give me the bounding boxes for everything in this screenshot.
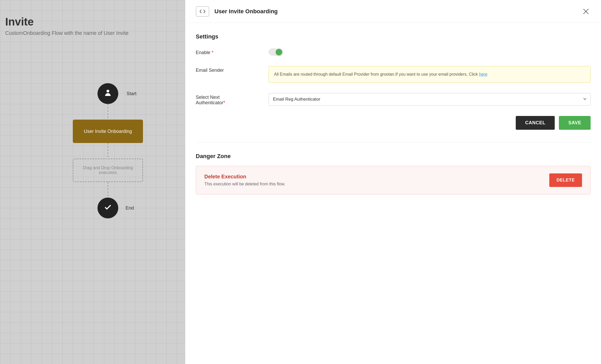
toggle-track[interactable] — [269, 48, 283, 56]
section-divider — [196, 142, 591, 142]
email-notice-box: All Emails are routed through default Em… — [269, 66, 591, 83]
toggle-thumb — [276, 49, 282, 55]
email-sender-row: Email Sender All Emails are routed throu… — [196, 66, 591, 83]
enable-label: Enable * — [196, 48, 269, 55]
canvas-content: Invite CustomOnboarding Flow with the na… — [0, 0, 185, 364]
right-panel: User Invite Onboarding Settings Enable * — [185, 0, 601, 364]
auth-selector-row: Select NextAuthenticator* Email Reg Auth… — [196, 93, 591, 106]
flow-dnd-node: Drag and Drop Onboardingexecutors — [73, 159, 143, 182]
connector-3 — [108, 182, 108, 198]
email-sender-label: Email Sender — [196, 66, 269, 73]
danger-card-desc: This execution will be deleted from this… — [204, 182, 285, 186]
connector-1 — [108, 104, 108, 120]
auth-selector-label: Select NextAuthenticator* — [196, 93, 269, 106]
danger-card-title: Delete Execution — [204, 174, 285, 180]
auth-dropdown[interactable]: Email Reg Authenticator SMS Authenticato… — [269, 93, 591, 106]
canvas-subtitle: CustomOnboarding Flow with the name of U… — [5, 30, 129, 36]
flow-start-node — [97, 83, 118, 104]
panel-title: User Invite Onboarding — [214, 8, 581, 15]
danger-zone-title: Danger Zone — [196, 153, 591, 160]
enable-row: Enable * — [196, 48, 591, 56]
action-buttons: CANCEL SAVE — [196, 116, 591, 130]
connector-2 — [108, 143, 108, 159]
flow-main-node: User Invite Onboarding — [73, 120, 143, 143]
cancel-button[interactable]: CANCEL — [516, 116, 555, 130]
check-icon — [104, 203, 112, 213]
delete-button[interactable]: DELETE — [549, 173, 582, 187]
save-button[interactable]: SAVE — [559, 116, 591, 130]
panel-header: User Invite Onboarding — [185, 0, 601, 23]
dnd-label: Drag and Drop Onboardingexecutors — [83, 166, 133, 175]
canvas-header: Invite CustomOnboarding Flow with the na… — [5, 16, 129, 36]
main-node-label: User Invite Onboarding — [84, 129, 132, 134]
email-notice-link[interactable]: here — [479, 72, 487, 76]
danger-card-content: Delete Execution This execution will be … — [204, 174, 285, 186]
settings-section-title: Settings — [196, 33, 591, 40]
flow-diagram: Start User Invite Onboarding Drag and Dr… — [73, 83, 143, 218]
svg-point-0 — [107, 90, 109, 93]
danger-card: Delete Execution This execution will be … — [196, 166, 591, 194]
canvas-background: Invite CustomOnboarding Flow with the na… — [0, 0, 185, 364]
panel-body: Settings Enable * Email Sender All Email… — [185, 23, 601, 205]
end-label: End — [126, 205, 134, 211]
auth-required-star: * — [223, 100, 225, 105]
start-label: Start — [127, 91, 136, 96]
flow-end-node — [97, 198, 118, 218]
close-button[interactable] — [581, 7, 591, 16]
canvas-title: Invite — [5, 16, 129, 28]
enable-toggle[interactable] — [269, 48, 283, 56]
person-icon — [104, 89, 112, 99]
auth-dropdown-container: Email Reg Authenticator SMS Authenticato… — [269, 93, 591, 106]
enable-required-star: * — [212, 50, 213, 55]
code-icon — [196, 6, 209, 17]
